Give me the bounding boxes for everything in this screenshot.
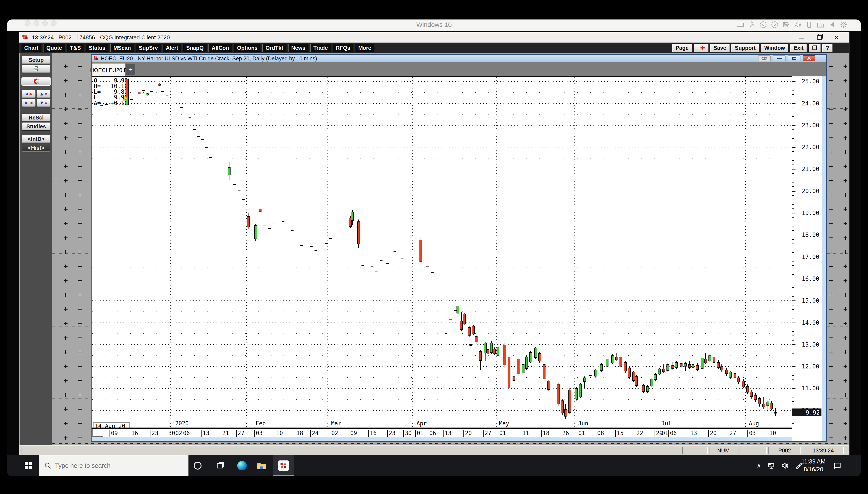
chart-tab-bar: HOECLEU20,D +: [92, 62, 826, 76]
left-toolbar: Setup ◄► ▲▼: [20, 53, 52, 445]
candle-doji: [320, 256, 323, 256]
menu-ts[interactable]: T&S: [67, 44, 84, 52]
network-icon[interactable]: [782, 21, 790, 28]
menu-more[interactable]: More: [355, 44, 374, 52]
cd-icon[interactable]: [759, 21, 767, 28]
sidebar-studies-button[interactable]: Studies: [22, 122, 51, 130]
search-icon: [44, 462, 52, 469]
taskbar-clock[interactable]: 11:39 AM 8/16/20: [799, 458, 828, 473]
chart-minimize-button[interactable]: [773, 55, 786, 61]
menu-right-save[interactable]: Save: [710, 44, 730, 52]
taskbar-search-box[interactable]: [39, 455, 189, 476]
vm-toolbar[interactable]: [736, 21, 847, 28]
compress-horizontal-button[interactable]: ►◄: [22, 99, 36, 107]
date-tick: 10: [768, 430, 776, 437]
candle-doji: [305, 245, 308, 245]
chart-plot-area[interactable]: 2020FebMarAprMayJunJulAug O=9.90H=10.16L…: [92, 76, 792, 429]
date-axis[interactable]: 0916233002061321270310182402091623300106…: [92, 430, 792, 437]
vertical-scrollbar[interactable]: [822, 76, 826, 441]
disk-icon[interactable]: [805, 21, 813, 28]
menu-right-support[interactable]: Support: [731, 44, 759, 52]
candle-down: [624, 362, 626, 372]
file-explorer-button[interactable]: [252, 455, 271, 476]
status-cell-time: 13:39:24: [803, 447, 844, 454]
shared-folder-icon[interactable]: [817, 21, 825, 28]
candle-up: [709, 356, 711, 361]
menu-alert[interactable]: Alert: [162, 44, 181, 52]
app-close-button[interactable]: ×: [834, 34, 839, 41]
menu-right-restore-button[interactable]: ❐: [809, 44, 821, 52]
snap-grid-mark: [844, 236, 847, 240]
menu-trade[interactable]: Trade: [310, 44, 331, 52]
candle-down: [754, 395, 757, 400]
sidebar-setup-button[interactable]: Setup: [22, 56, 51, 64]
compress-vertical-button[interactable]: ▼▲: [37, 99, 51, 107]
snap-grid-mark: [78, 322, 82, 325]
snap-grid-mark: [844, 265, 847, 268]
gridline-h: [92, 213, 792, 213]
menu-ordtkt[interactable]: OrdTkt: [262, 44, 287, 52]
candle-doji: [282, 221, 285, 222]
menu-snapq[interactable]: SnapQ: [183, 44, 207, 52]
menu-supsrv[interactable]: SupSrv: [136, 44, 161, 52]
menu-chart[interactable]: Chart: [21, 44, 42, 52]
candle-down: [517, 359, 520, 374]
edge-browser-button[interactable]: [232, 455, 252, 476]
volume-icon[interactable]: [781, 462, 789, 470]
menu-status[interactable]: Status: [86, 44, 109, 52]
price-axis[interactable]: 25.0024.0023.0022.0021.0020.0019.0018.00…: [792, 76, 822, 437]
action-center-button[interactable]: [828, 455, 847, 476]
swap-vertical-button[interactable]: ▲▼: [37, 90, 51, 98]
menu-right-exit[interactable]: Exit: [790, 44, 807, 52]
task-view-button[interactable]: [211, 455, 230, 476]
snap-grid-mark: [78, 107, 82, 111]
start-button[interactable]: [24, 461, 33, 471]
menu-rfqs[interactable]: RFQs: [333, 44, 354, 52]
dvd-icon[interactable]: [771, 21, 778, 28]
menu-allcon[interactable]: AllCon: [209, 44, 232, 52]
add-tab-button[interactable]: +: [126, 64, 135, 75]
snap-grid-mark: [844, 122, 847, 125]
print-button[interactable]: [22, 65, 51, 73]
usb-icon[interactable]: [748, 21, 756, 28]
chart-window-titlebar[interactable]: HOECLEU20 - NY Harbor ULSD vs WTI Crude …: [92, 55, 826, 62]
settings-gear-icon[interactable]: [840, 21, 847, 28]
app-restore-button[interactable]: [817, 35, 822, 40]
candle-down: [635, 377, 638, 386]
tab-hoecleu20-d[interactable]: HOECLEU20,D: [92, 62, 125, 76]
menu-right-page[interactable]: Page: [672, 44, 692, 52]
menu-news[interactable]: News: [288, 44, 309, 52]
menu-right-zoom[interactable]: −✚: [694, 44, 709, 52]
chart-maximize-button[interactable]: [788, 55, 801, 61]
gridline-month: [496, 77, 497, 428]
menu-options[interactable]: Options: [234, 44, 261, 52]
scrollbar-thumb-box[interactable]: [92, 429, 103, 437]
swap-horizontal-button[interactable]: ◄►: [22, 90, 36, 98]
menu-quote[interactable]: Quote: [43, 44, 65, 52]
snap-grid-mark: [844, 136, 847, 140]
menu-right-help-button[interactable]: ?: [822, 44, 832, 52]
menu-right-window[interactable]: Window: [761, 44, 789, 52]
sound-icon[interactable]: [794, 21, 802, 28]
candle-doji: [386, 263, 389, 264]
cortana-button[interactable]: [188, 455, 207, 476]
network-status-icon[interactable]: [767, 462, 775, 470]
search-input[interactable]: [55, 462, 176, 469]
sidebar-intraday-button[interactable]: <IntD>: [22, 135, 51, 143]
magnet-snap-button[interactable]: [22, 77, 51, 85]
snap-grid-mark: [64, 107, 67, 111]
hidden-icons-chevron[interactable]: ∧: [756, 462, 761, 470]
candle-doji: [310, 246, 312, 247]
cqg-taskbar-button[interactable]: [273, 455, 294, 476]
chart-link-button[interactable]: [758, 55, 771, 61]
horizontal-scrollbar[interactable]: [92, 437, 792, 441]
sidebar-historical-button[interactable]: <Hist>: [22, 144, 51, 152]
sidebar-rescale-button[interactable]: ReScl: [22, 114, 51, 121]
app-minimize-button[interactable]: [799, 39, 804, 39]
price-label: 18.00: [798, 231, 819, 238]
chart-close-button[interactable]: ✕: [803, 55, 815, 61]
menu-mscan[interactable]: MScan: [110, 44, 134, 52]
price-tick: [792, 191, 795, 192]
back-icon[interactable]: [828, 21, 836, 28]
keyboard-icon[interactable]: [736, 21, 744, 28]
